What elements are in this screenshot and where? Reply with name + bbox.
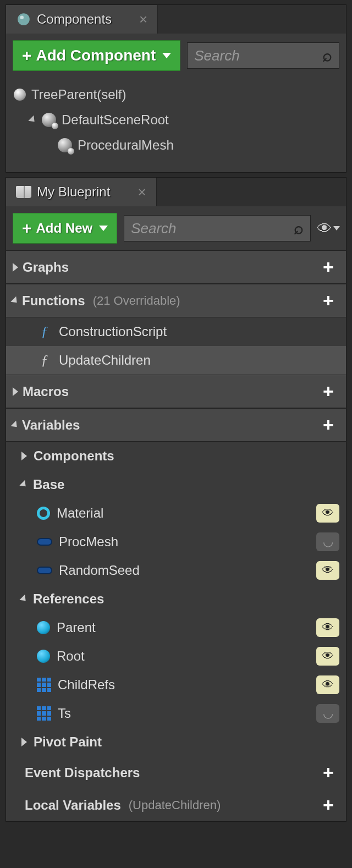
component-row-scene-root[interactable]: DefaultSceneRoot xyxy=(14,107,338,133)
section-note: (21 Overridable) xyxy=(93,294,180,308)
section-local-variables[interactable]: Local Variables (UpdateChildren) + xyxy=(6,789,346,821)
blueprint-search-input[interactable]: Search ⌕ xyxy=(124,215,311,241)
add-variable-button[interactable]: + xyxy=(317,414,339,436)
var-type-icon xyxy=(37,650,50,663)
plus-icon: + xyxy=(22,46,32,65)
variable-ts[interactable]: Ts ◡ xyxy=(6,699,346,728)
function-icon: ƒ xyxy=(37,352,52,369)
view-options-button[interactable]: 👁 xyxy=(317,217,339,239)
add-function-button[interactable]: + xyxy=(317,290,339,311)
component-label: DefaultSceneRoot xyxy=(62,112,169,128)
var-type-icon xyxy=(37,538,52,546)
group-label: Components xyxy=(34,448,114,464)
variable-material[interactable]: Material 👁 xyxy=(6,499,346,528)
blueprint-tab[interactable]: My Blueprint × xyxy=(6,178,157,206)
visibility-toggle[interactable]: 👁 xyxy=(316,647,339,666)
component-label: TreeParent(self) xyxy=(31,87,127,102)
section-label: Event Dispatchers xyxy=(25,765,140,781)
collapse-icon xyxy=(19,595,28,603)
blueprint-tab-bar: My Blueprint × xyxy=(6,178,346,206)
var-type-icon xyxy=(37,567,52,574)
component-row-procmesh[interactable]: ProceduralMesh xyxy=(14,133,338,158)
visibility-toggle[interactable]: ◡ xyxy=(316,532,339,551)
blueprint-tab-title: My Blueprint xyxy=(37,184,110,200)
search-icon: ⌕ xyxy=(294,219,304,238)
visibility-toggle[interactable]: 👁 xyxy=(316,675,339,694)
svg-point-1 xyxy=(20,16,24,20)
var-type-icon xyxy=(37,621,50,634)
plus-icon: + xyxy=(22,219,32,238)
expander-icon[interactable] xyxy=(28,116,37,124)
my-blueprint-panel: My Blueprint × + Add New Search ⌕ 👁 Grap… xyxy=(6,177,346,822)
variable-name: RandomSeed xyxy=(59,563,140,578)
var-group-base[interactable]: Base xyxy=(6,470,346,499)
variable-name: Ts xyxy=(58,706,71,721)
chevron-down-icon xyxy=(162,53,171,58)
section-label: Local Variables xyxy=(25,798,121,813)
expand-icon xyxy=(13,387,18,396)
close-icon[interactable]: × xyxy=(138,184,146,201)
svg-point-0 xyxy=(18,13,30,25)
variable-root[interactable]: Root 👁 xyxy=(6,642,346,671)
function-item-updatechildren[interactable]: ƒ UpdateChildren xyxy=(6,346,346,375)
scene-component-icon xyxy=(58,138,72,152)
add-new-button[interactable]: + Add New xyxy=(13,213,117,244)
section-label: Graphs xyxy=(23,260,69,275)
search-icon: ⌕ xyxy=(322,46,332,65)
add-local-variable-button[interactable]: + xyxy=(317,794,339,816)
component-row-self[interactable]: TreeParent(self) xyxy=(14,82,338,107)
components-tree: TreeParent(self) DefaultSceneRoot Proced… xyxy=(6,78,346,172)
chevron-down-icon xyxy=(99,226,108,231)
variable-parent[interactable]: Parent 👁 xyxy=(6,613,346,642)
section-label: Variables xyxy=(22,417,80,433)
blueprint-toolbar: + Add New Search ⌕ 👁 xyxy=(6,206,346,250)
section-graphs[interactable]: Graphs + xyxy=(6,250,346,284)
variable-name: Material xyxy=(57,506,103,521)
components-tab-title: Components xyxy=(37,12,112,27)
expand-icon xyxy=(13,263,18,272)
section-variables[interactable]: Variables + xyxy=(6,408,346,442)
close-icon[interactable]: × xyxy=(139,11,147,28)
add-graph-button[interactable]: + xyxy=(317,256,339,278)
search-placeholder: Search xyxy=(194,47,239,64)
function-name: ConstructionScript xyxy=(59,324,167,339)
components-panel: Components × + Add Component Search ⌕ Tr… xyxy=(6,4,346,173)
var-group-components[interactable]: Components xyxy=(6,442,346,470)
variable-childrefs[interactable]: ChildRefs 👁 xyxy=(6,671,346,699)
visibility-toggle[interactable]: 👁 xyxy=(316,618,339,637)
add-component-button[interactable]: + Add Component xyxy=(13,40,180,71)
function-name: UpdateChildren xyxy=(59,353,151,368)
section-label: Functions xyxy=(22,293,85,309)
components-tab[interactable]: Components × xyxy=(6,5,158,34)
section-event-dispatchers[interactable]: Event Dispatchers + xyxy=(6,756,346,789)
variable-randomseed[interactable]: RandomSeed 👁 xyxy=(6,556,346,585)
collapse-icon xyxy=(19,480,28,489)
group-label: Pivot Paint xyxy=(34,734,102,750)
components-tab-bar: Components × xyxy=(6,5,346,34)
variable-name: Root xyxy=(57,649,85,664)
function-icon: ƒ xyxy=(37,323,52,340)
components-search-input[interactable]: Search ⌕ xyxy=(187,42,339,69)
blueprint-book-icon xyxy=(16,186,31,198)
variable-procmesh[interactable]: ProcMesh ◡ xyxy=(6,528,346,556)
section-macros[interactable]: Macros + xyxy=(6,375,346,408)
visibility-toggle[interactable]: ◡ xyxy=(316,704,339,723)
expand-icon xyxy=(21,738,27,746)
components-tab-icon xyxy=(16,12,31,27)
components-toolbar: + Add Component Search ⌕ xyxy=(6,34,346,78)
function-item-construction[interactable]: ƒ ConstructionScript xyxy=(6,317,346,346)
visibility-toggle[interactable]: 👁 xyxy=(316,561,339,580)
add-new-label: Add New xyxy=(36,221,93,236)
var-group-pivot-paint[interactable]: Pivot Paint xyxy=(6,728,346,756)
var-group-references[interactable]: References xyxy=(6,585,346,613)
add-event-dispatcher-button[interactable]: + xyxy=(317,762,339,783)
blueprint-sections: Graphs + Functions (21 Overridable) + ƒ … xyxy=(6,250,346,821)
actor-icon xyxy=(14,89,26,101)
search-placeholder: Search xyxy=(131,220,176,237)
group-label: Base xyxy=(33,477,64,492)
add-component-label: Add Component xyxy=(36,47,156,64)
visibility-toggle[interactable]: 👁 xyxy=(316,504,339,523)
variable-name: ProcMesh xyxy=(59,534,118,550)
add-macro-button[interactable]: + xyxy=(317,381,339,402)
section-functions[interactable]: Functions (21 Overridable) + xyxy=(6,284,346,317)
